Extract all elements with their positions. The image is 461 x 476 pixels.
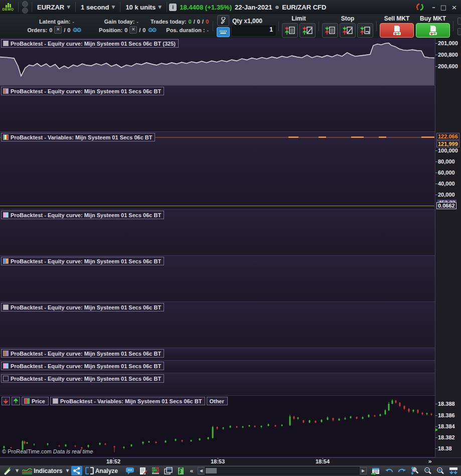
indicators-button[interactable]: Indicators: [21, 466, 64, 475]
red-down-arrow-icon: [3, 398, 9, 404]
chart-settings-button[interactable]: [176, 466, 187, 475]
panel-tab-5[interactable]: ProBacktest - Equity curve: Mijn Systeem…: [1, 257, 164, 265]
panel-title: ProBacktest - Equity curve: Mijn Systeem…: [11, 376, 161, 382]
calendar-icon: [371, 467, 380, 475]
limit-order-button-2[interactable]: [299, 23, 316, 38]
panel-tab-7[interactable]: ProBacktest - Equity curve: Mijn Systeem…: [1, 349, 164, 358]
stop-order-button-3[interactable]: [357, 23, 373, 38]
copyright-text: © ProRealTime.com: [2, 448, 52, 454]
close-button[interactable]: ×: [451, 4, 457, 11]
redo-button[interactable]: [396, 466, 408, 475]
stop-order-button-1[interactable]: [322, 23, 338, 38]
timeframe-dropdown[interactable]: 1 second ▼: [78, 4, 118, 11]
horizontal-scrollbar[interactable]: ◀ ▶: [198, 467, 367, 474]
price-axis-column[interactable]: 201,000200,800200,600122.066121,999100,0…: [435, 38, 461, 457]
sell-arrow-button[interactable]: [2, 397, 10, 405]
axis-label: 18.388: [438, 401, 455, 407]
latent-gain-label: Latent gain:: [39, 19, 70, 25]
minimize-button[interactable]: –: [432, 4, 435, 11]
indicator-swatch-icon: [3, 212, 9, 218]
windows-button[interactable]: [163, 466, 174, 475]
panel-tab-6[interactable]: ProBacktest - Equity curve: Mijn Systeem…: [1, 303, 164, 311]
scroll-right-button[interactable]: ▶: [360, 467, 367, 474]
position-count2: 0: [142, 27, 145, 33]
position-settings-icon[interactable]: ⚙⚙: [147, 27, 156, 33]
undo-button[interactable]: [383, 466, 395, 475]
accounts-toggle-icon[interactable]: [21, 1, 30, 14]
sync-icon[interactable]: [415, 2, 425, 12]
trades-today-label: Trades today:: [150, 19, 187, 25]
orders-settings-icon[interactable]: ⚙⚙: [72, 27, 80, 33]
trailing-checkbox[interactable]: [457, 18, 461, 25]
keypad-button[interactable]: [217, 27, 230, 37]
calendar-button[interactable]: [369, 466, 382, 475]
indicators-caret[interactable]: ▼: [66, 468, 70, 473]
panel-tab-2[interactable]: ProBacktest - Equity curve: Mijn Systeem…: [1, 87, 164, 95]
reduce-panels-button[interactable]: [447, 466, 459, 475]
scroll-left-button[interactable]: ◀: [198, 467, 205, 474]
chat-button[interactable]: [124, 466, 136, 475]
indicator-swatch-icon: [3, 363, 9, 369]
panel-tab-1[interactable]: ProBacktest - Equity curve: Mijn Systeem…: [1, 39, 179, 48]
panel-tab-3[interactable]: ProBacktest - Variables: Mijn Systeem 01…: [1, 133, 155, 141]
cancel-orders-icon[interactable]: ×: [54, 26, 62, 34]
limit-order-button-1[interactable]: [282, 23, 298, 38]
sell-mkt-button[interactable]: [380, 23, 414, 38]
panel-title: ProBacktest - Equity curve: Mijn Systeem…: [11, 41, 176, 47]
axis-label: 60,000: [438, 170, 455, 176]
notes-button[interactable]: [137, 466, 148, 475]
qty-input[interactable]: 1: [232, 26, 275, 36]
zoom-out-button[interactable]: [422, 466, 433, 475]
stop-trailing-icon: [360, 26, 371, 36]
share-button[interactable]: [71, 466, 82, 475]
scrollbar-thumb[interactable]: [206, 468, 217, 473]
buy-mkt-button[interactable]: [416, 23, 450, 38]
time-axis-forward-button[interactable]: »: [428, 458, 432, 465]
stop-order-button-2[interactable]: [340, 23, 356, 38]
axis-tick: [435, 426, 437, 427]
axis-tick: [435, 173, 437, 173]
draw-tool-button[interactable]: [2, 466, 14, 475]
buy-arrow-button[interactable]: [12, 397, 20, 405]
panel-tab-8[interactable]: ProBacktest - Equity curve: Mijn Systeem…: [1, 362, 164, 370]
indicator-swatch-icon: [3, 376, 9, 381]
analyze-button[interactable]: Analyze: [84, 466, 119, 475]
redo-icon: [398, 467, 406, 474]
draw-tool-caret[interactable]: ▼: [15, 468, 19, 473]
scrollbar-track[interactable]: [205, 467, 360, 474]
tab-variables[interactable]: ProBacktest - Variables: Mijn Systeem 01…: [50, 397, 205, 405]
time-axis[interactable]: » 18:5218:5318:54: [0, 457, 461, 465]
axis-label: 20,000: [438, 192, 455, 198]
panel-tab-4[interactable]: ProBacktest - Equity curve: Mijn Systeem…: [1, 211, 164, 219]
zoom-vertical-button[interactable]: [409, 466, 421, 475]
indicators-label: Indicators: [34, 467, 62, 474]
tab-price[interactable]: Price: [22, 397, 49, 405]
panel-title: ProBacktest - Equity curve: Mijn Systeem…: [11, 363, 161, 369]
chart-area[interactable]: ProBacktest - Equity curve: Mijn Systeem…: [0, 38, 461, 465]
units-dropdown[interactable]: 10 k units ▼: [122, 4, 165, 11]
copyright-note: © ProRealTime.com Data is real time: [2, 448, 93, 454]
orders-label: Orders:: [27, 27, 47, 33]
tab-other[interactable]: Other: [207, 397, 227, 405]
order-settings-button[interactable]: [217, 15, 229, 26]
chart-wrench-icon: [177, 467, 185, 475]
indicator-swatch-icon: [3, 41, 9, 46]
stop-checkbox[interactable]: [457, 28, 461, 35]
panel-tab-9[interactable]: ProBacktest - Equity curve: Mijn Systeem…: [1, 374, 164, 383]
close-position-icon[interactable]: ×: [129, 26, 137, 34]
collapse-toolbar-button[interactable]: «: [188, 467, 195, 474]
orderbook-button[interactable]: [150, 466, 161, 475]
panels-arrows-icon: [449, 467, 458, 475]
trades-even: 0: [197, 19, 200, 25]
trades-won: 0: [189, 19, 192, 25]
axis-tick: [435, 195, 437, 195]
panel-title: ProBacktest - Equity curve: Mijn Systeem…: [11, 88, 161, 94]
position-count: 0: [124, 27, 127, 33]
info-icon[interactable]: i: [169, 4, 177, 11]
symbol-dropdown[interactable]: EURZAR ▼: [34, 4, 73, 11]
maximize-button[interactable]: □: [440, 4, 446, 11]
dot-separator: ●: [275, 5, 279, 10]
divider: [167, 2, 167, 12]
panel-plot[interactable]: [0, 132, 435, 210]
zoom-in-button[interactable]: [435, 466, 446, 475]
